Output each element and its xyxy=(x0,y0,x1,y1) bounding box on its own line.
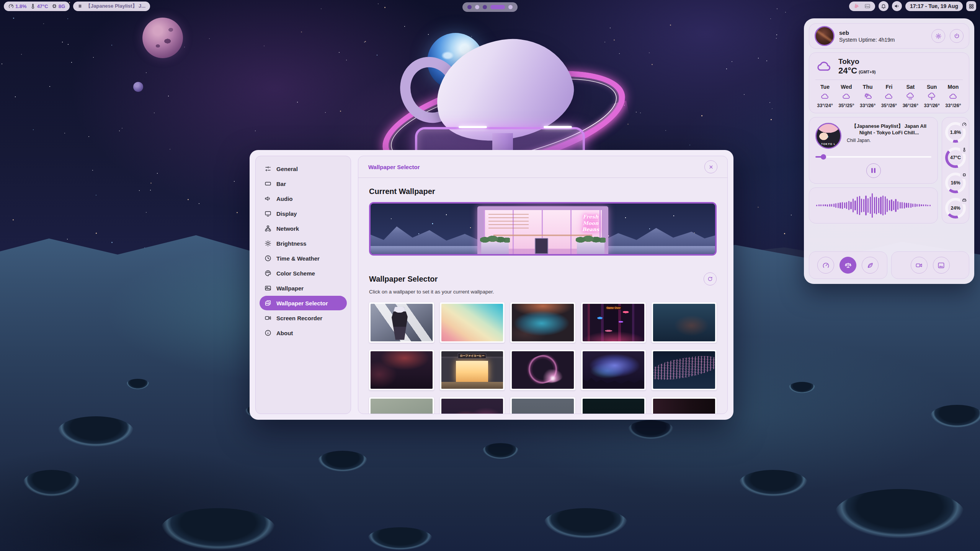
forecast-day: Thu 33°/26° xyxy=(858,84,877,108)
gauge-icon xyxy=(962,122,967,127)
overview-button[interactable] xyxy=(966,1,976,11)
video-icon xyxy=(265,315,271,321)
system-tray[interactable] xyxy=(849,2,875,11)
balanced-profile-button[interactable] xyxy=(840,257,856,274)
wallpaper-thumbnail-wireframe-waves[interactable] xyxy=(652,350,717,390)
wallpaper-thumbnail-crimson-forest[interactable] xyxy=(369,350,434,390)
pause-button[interactable] xyxy=(866,163,881,178)
disk-usage-gauge: 24% xyxy=(945,198,966,218)
sidebar-item-label: General xyxy=(276,166,298,172)
audio-visualizer xyxy=(816,192,931,219)
volume-button[interactable] xyxy=(892,1,902,11)
brightness-icon xyxy=(265,240,271,247)
wallpaper-thumbnail-nebula-forest[interactable] xyxy=(581,350,646,390)
workspace-active[interactable] xyxy=(490,5,505,9)
wallpaper-thumbnail-dark-teal[interactable] xyxy=(581,397,646,414)
media-progress-slider[interactable] xyxy=(815,154,931,160)
workspace-dot[interactable] xyxy=(508,5,513,9)
powersaver-profile-button[interactable] xyxy=(862,257,879,274)
window-title: Wallpaper Selector xyxy=(368,164,420,170)
image-stack-icon xyxy=(265,300,271,306)
palette-icon xyxy=(265,270,271,277)
sidebar-item-label: Screen Recorder xyxy=(276,315,322,321)
wallpaper-thumbnail-dark-maroon[interactable] xyxy=(652,397,717,414)
small-planet xyxy=(133,82,143,92)
workspace-dot[interactable] xyxy=(483,5,487,9)
forecast-day: Tue 33°/24° xyxy=(815,84,835,108)
selector-title: Wallpaper Selector xyxy=(369,275,438,284)
cloud-icon xyxy=(820,92,830,101)
sidebar-item-display[interactable]: Display xyxy=(260,206,347,221)
weather-card: Tokyo 24°C (GMT+9) Tue 33°/24° Wed 35°/2… xyxy=(809,52,969,113)
monitor-icon xyxy=(265,210,271,217)
workspace-indicator[interactable] xyxy=(462,2,518,12)
cloud-icon xyxy=(841,92,851,101)
system-stats-module[interactable]: 1.8% 47°C 8G xyxy=(4,2,70,11)
sidebar-item-wallpaper-selector[interactable]: Wallpaper Selector xyxy=(260,296,347,310)
wallpaper-thumbnail-cyberpunk-arcade[interactable]: Game Over xyxy=(581,302,646,343)
wallpaper-thumbnail-sage-field[interactable] xyxy=(369,397,434,414)
performance-profile-button[interactable] xyxy=(817,257,834,274)
album-art: TOKYO L xyxy=(815,123,841,149)
forecast-day: Sat 36°/26° xyxy=(901,84,920,108)
image-icon xyxy=(265,285,271,292)
sidebar-item-brightness[interactable]: Brightness xyxy=(260,236,347,251)
wallpaper-thumbnail-lofi-coffee-shop[interactable]: ローファイコーヒー xyxy=(440,350,505,390)
sidebar-item-bar[interactable]: Bar xyxy=(260,176,347,191)
power-button[interactable] xyxy=(950,29,964,43)
wallpaper-thumbnail-purple-eclipse[interactable] xyxy=(510,350,575,390)
sidebar-item-label: Brightness xyxy=(276,240,306,247)
sidebar-item-wallpaper[interactable]: Wallpaper xyxy=(260,281,347,295)
sidebar-item-label: Display xyxy=(276,210,297,217)
sidebar-item-color-scheme[interactable]: Color Scheme xyxy=(260,266,347,280)
gear-icon xyxy=(935,33,942,39)
media-player-card: TOKYO L 【Japanese Playlist】 Japan All Ni… xyxy=(809,117,938,184)
selector-hint: Click on a wallpaper to set it as your c… xyxy=(369,289,717,295)
close-button[interactable] xyxy=(704,160,717,173)
sidebar-item-label: Color Scheme xyxy=(276,270,315,277)
weather-temp: 24°C xyxy=(838,66,857,76)
media-module[interactable]: 【Japanese Playlist】 J... xyxy=(73,2,150,11)
clock-module[interactable]: 17:17 - Tue, 19 Aug xyxy=(905,2,963,11)
forecast-day: Wed 35°/25° xyxy=(837,84,856,108)
gauge-icon xyxy=(822,262,830,269)
neon-sign-text: Fresh Moon Beans xyxy=(582,214,599,233)
window-header: Wallpaper Selector xyxy=(358,156,727,178)
tray-app-icon xyxy=(854,3,860,9)
wallpaper-thumbnail-anime-crosswalk[interactable] xyxy=(369,302,434,343)
sidebar-item-network[interactable]: Network xyxy=(260,221,347,236)
media-track-title: 【Japanese Playlist】 Japan All Night - To… xyxy=(847,123,931,136)
wallpaper-tool-button[interactable] xyxy=(933,257,950,274)
sidebar-item-about[interactable]: About xyxy=(260,326,347,340)
wallpaper-thumbnail-abstract-blur[interactable] xyxy=(510,302,575,343)
ram-usage-gauge: 16% xyxy=(945,173,966,193)
sidebar-item-screen-recorder[interactable]: Screen Recorder xyxy=(260,311,347,325)
screen-record-button[interactable] xyxy=(911,257,928,274)
workspace-dot[interactable] xyxy=(475,5,479,9)
wallpaper-thumbnail-pastel-gradient[interactable] xyxy=(440,302,505,343)
settings-content: Wallpaper Selector Current Wallpaper Fre… xyxy=(358,156,728,414)
workspace-dot[interactable] xyxy=(467,5,472,9)
gauge-icon xyxy=(8,3,14,9)
refresh-icon xyxy=(707,276,713,282)
sidebar-item-general[interactable]: General xyxy=(260,161,347,176)
wallpaper-thumbnail-slate-gray[interactable] xyxy=(510,397,575,414)
cpu-usage-gauge: 1.8% xyxy=(945,122,966,143)
sidebar-item-time-weather[interactable]: Time & Weather xyxy=(260,251,347,266)
weather-city: Tokyo xyxy=(838,57,875,66)
settings-button[interactable] xyxy=(931,29,945,43)
tray-image-icon xyxy=(864,3,871,9)
storm-cloud-icon xyxy=(927,92,937,101)
video-icon xyxy=(915,262,923,269)
forecast-day: Sun 33°/26° xyxy=(922,84,941,108)
sidebar-item-audio[interactable]: Audio xyxy=(260,191,347,206)
notifications-button[interactable] xyxy=(879,1,889,11)
wallpaper-thumbnail-dark-forest[interactable] xyxy=(652,302,717,343)
slider-thumb[interactable] xyxy=(821,154,826,160)
refresh-button[interactable] xyxy=(704,272,717,285)
wallpaper-thumbnail-coral-red[interactable] xyxy=(440,397,505,414)
clock-text: 17:17 - Tue, 19 Aug xyxy=(910,3,958,9)
rain-cloud-icon xyxy=(905,92,915,101)
cpu-usage: 1.8% xyxy=(8,3,27,9)
current-wallpaper-preview: Fresh Moon Beans xyxy=(369,202,717,256)
